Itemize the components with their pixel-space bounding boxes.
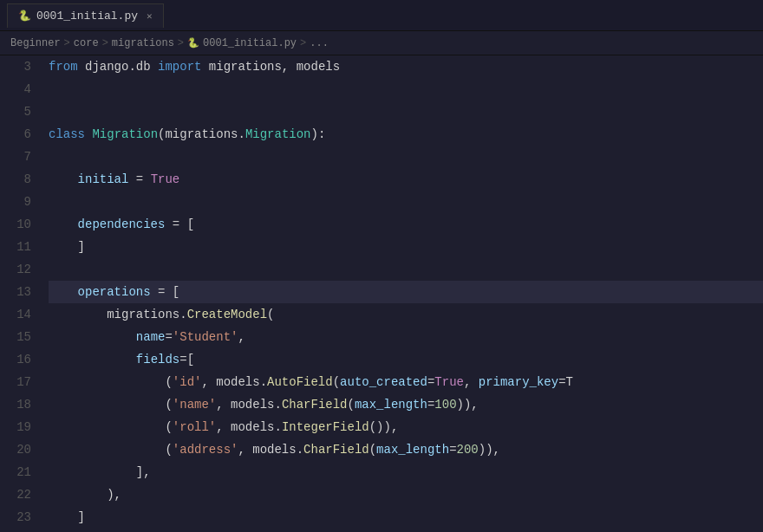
line-num-20: 20 <box>10 438 31 461</box>
breadcrumb-core[interactable]: core <box>74 37 99 49</box>
code-line-15: name='Student', <box>49 326 763 348</box>
code-line-23: ] <box>49 506 763 529</box>
breadcrumb-ellipsis: ... <box>310 37 329 49</box>
python-file-icon: 🐍 <box>18 10 31 23</box>
code-line-17: ('id', models.AutoField(auto_created=Tru… <box>49 371 763 393</box>
breadcrumb-beginner[interactable]: Beginner <box>10 37 61 49</box>
line-numbers: 3 4 5 6 7 8 9 10 11 12 13 14 15 16 17 18… <box>0 55 42 532</box>
code-line-9 <box>49 191 763 213</box>
line-num-5: 5 <box>10 101 31 123</box>
line-num-8: 8 <box>10 168 31 191</box>
code-line-20: ('address', models.CharField(max_length=… <box>49 438 763 461</box>
line-num-23: 23 <box>10 506 31 529</box>
line-num-7: 7 <box>10 146 31 168</box>
line-num-9: 9 <box>10 191 31 213</box>
line-num-11: 11 <box>10 236 31 258</box>
code-line-5 <box>49 101 763 123</box>
code-line-7 <box>49 146 763 168</box>
breadcrumb-sep-4: > <box>300 37 306 49</box>
line-num-22: 22 <box>10 483 31 506</box>
line-num-21: 21 <box>10 461 31 483</box>
breadcrumb-migrations[interactable]: migrations <box>112 37 174 49</box>
breadcrumb-sep-3: > <box>178 37 184 49</box>
code-editor: 3 4 5 6 7 8 9 10 11 12 13 14 15 16 17 18… <box>0 55 763 532</box>
tab-close-button[interactable]: ✕ <box>147 10 153 22</box>
line-num-3: 3 <box>10 55 31 78</box>
line-num-14: 14 <box>10 303 31 326</box>
line-num-19: 19 <box>10 416 31 438</box>
code-line-3: from django.db import migrations, models <box>49 55 763 78</box>
breadcrumb-sep-2: > <box>102 37 108 49</box>
code-line-11: ] <box>49 236 763 258</box>
line-num-15: 15 <box>10 326 31 348</box>
code-line-12 <box>49 258 763 281</box>
breadcrumb-file[interactable]: 🐍 0001_initial.py <box>187 37 297 49</box>
line-num-6: 6 <box>10 123 31 146</box>
breadcrumb-sep-1: > <box>64 37 70 49</box>
line-num-18: 18 <box>10 393 31 416</box>
breadcrumb: Beginner > core > migrations > 🐍 0001_in… <box>0 31 763 55</box>
code-line-19: ('roll', models.IntegerField()), <box>49 416 763 438</box>
line-num-13: 13 <box>10 281 31 303</box>
code-line-8: initial = True <box>49 168 763 191</box>
code-line-16: fields=[ <box>49 348 763 371</box>
code-line-14: migrations.CreateModel( <box>49 303 763 326</box>
line-num-10: 10 <box>10 213 31 236</box>
code-line-22: ), <box>49 483 763 506</box>
line-num-17: 17 <box>10 371 31 393</box>
line-num-4: 4 <box>10 78 31 101</box>
code-line-18: ('name', models.CharField(max_length=100… <box>49 393 763 416</box>
code-line-6: class Migration(migrations.Migration): <box>49 123 763 146</box>
line-num-16: 16 <box>10 348 31 371</box>
title-bar: 🐍 0001_initial.py ✕ <box>0 0 763 31</box>
breadcrumb-python-icon: 🐍 <box>187 37 199 49</box>
code-line-21: ], <box>49 461 763 483</box>
code-line-10: dependencies = [ <box>49 213 763 236</box>
line-num-12: 12 <box>10 258 31 281</box>
breadcrumb-filename: 0001_initial.py <box>203 37 297 49</box>
code-line-13: operations = [ <box>49 281 763 303</box>
code-line-4 <box>49 78 763 101</box>
tab-filename: 0001_initial.py <box>36 10 138 23</box>
code-lines[interactable]: from django.db import migrations, models… <box>42 55 763 532</box>
file-tab[interactable]: 🐍 0001_initial.py ✕ <box>7 3 164 28</box>
